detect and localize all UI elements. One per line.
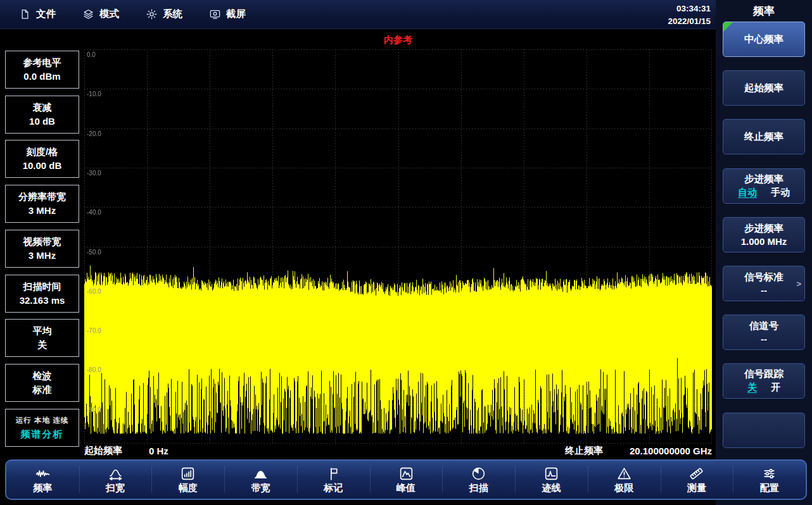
menu-screenshot[interactable]: 截屏 (209, 8, 246, 21)
toolbar-label: 标记 (324, 482, 343, 494)
toolbar-label: 峰值 (396, 482, 416, 494)
menu-label: 模式 (99, 8, 119, 21)
submenu-arrow-icon: > (796, 279, 801, 289)
softkey-step-frequency-mode[interactable]: 步进频率自动手动 (723, 168, 805, 204)
toggle-option[interactable]: 关 (747, 382, 757, 394)
softkey-blank-1 (723, 413, 805, 448)
toolbar-label: 极限 (614, 482, 633, 494)
softkey-start-frequency[interactable]: 起始频率 (723, 70, 805, 106)
menu-sweep[interactable]: 扫描 (442, 461, 515, 499)
frequency-readout-row: 起始频率 0 Hz 终止频率 20.100000000 GHz (84, 445, 712, 457)
toolbar-label: 配置 (760, 482, 779, 494)
date-display: 2022/01/15 (668, 15, 711, 28)
param-ref-level[interactable]: 参考电平0.0 dBm (5, 51, 79, 89)
menu-frequency[interactable]: 频率 (6, 461, 79, 499)
softkey-channel-number[interactable]: 信道号-- (723, 315, 805, 350)
softkey-label: 步进频率 (744, 223, 783, 234)
softkey-signal-standard[interactable]: 信号标准--> (723, 266, 805, 301)
param-detector[interactable]: 检波标准 (5, 364, 79, 402)
softkey-label: 起始频率 (744, 82, 783, 93)
param-value: 32.163 ms (20, 296, 65, 306)
param-label: 参考电平 (23, 58, 61, 68)
softkey-label: 中心频率 (744, 34, 783, 44)
spectrum-trace-canvas (84, 49, 712, 444)
softkey-stop-frequency[interactable]: 终止频率 (723, 119, 805, 154)
toggle-option[interactable]: 开 (771, 382, 780, 394)
amplitude-icon (180, 466, 196, 482)
frequency-softkey-panel: 频率 中心频率起始频率终止频率步进频率自动手动步进频率1.000 MHz信号标准… (716, 0, 812, 505)
stop-frequency-label: 终止频率 (565, 445, 603, 457)
screenshot-icon (209, 8, 221, 20)
toolbar-label: 测量 (687, 482, 706, 494)
start-frequency-value: 0 Hz (149, 446, 168, 456)
menu-amplitude[interactable]: 幅度 (151, 461, 224, 499)
system-icon (146, 8, 158, 20)
softkey-signal-tracking[interactable]: 信号跟踪关开 (723, 363, 805, 399)
measure-icon (688, 466, 704, 482)
softkey-label: 信道号 (749, 320, 779, 331)
toolbar-label: 带宽 (251, 482, 270, 494)
menu-limit[interactable]: 极限 (588, 461, 661, 499)
bottom-menu-bar: 频率扫宽幅度带宽标记峰值扫描迹线极限测量配置 (5, 459, 807, 500)
param-label: 视频带宽 (23, 237, 61, 247)
param-sweep-time[interactable]: 扫描时间32.163 ms (5, 275, 79, 313)
menu-peak[interactable]: 峰值 (370, 461, 443, 499)
param-value: 标准 (33, 385, 52, 396)
trace-icon (543, 466, 559, 482)
param-attenuation[interactable]: 衰减10 dB (5, 96, 79, 134)
param-average[interactable]: 平均关 (5, 319, 79, 357)
stop-frequency-value: 20.100000000 GHz (630, 446, 712, 456)
param-vbw[interactable]: 视频带宽3 MHz (5, 230, 79, 268)
menu-span[interactable]: 扫宽 (79, 461, 152, 499)
param-value: 关 (37, 340, 47, 351)
active-mode-label: 频谱分析 (21, 428, 64, 440)
y-axis-tick: -20.0 (87, 130, 101, 137)
menu-trace[interactable]: 迹线 (515, 461, 588, 499)
softkey-step-frequency-value[interactable]: 步进频率1.000 MHz (723, 217, 805, 253)
y-axis-tick: 0.0 (87, 51, 96, 58)
menu-label: 截屏 (226, 8, 246, 21)
softkey-center-frequency[interactable]: 中心频率 (723, 22, 805, 57)
menu-bandwidth[interactable]: 带宽 (224, 461, 297, 499)
menu-system[interactable]: 系统 (146, 8, 182, 21)
y-axis-tick: -10.0 (87, 90, 101, 97)
y-axis-tick: -80.0 (87, 366, 101, 373)
toggle-option[interactable]: 手动 (771, 187, 790, 199)
sweep-icon (471, 466, 486, 482)
menu-file[interactable]: 文件 (19, 8, 56, 21)
param-value: 10 dB (29, 116, 55, 127)
y-axis-tick: -70.0 (87, 327, 101, 334)
param-value: 3 MHz (29, 251, 56, 261)
toggle-option[interactable]: 自动 (738, 187, 757, 199)
reference-indicator: 内参考 (84, 34, 712, 46)
y-axis-tick: -30.0 (87, 170, 101, 177)
run-status-line: 运行 本地 连续 (16, 416, 68, 425)
param-value: 0.0 dBm (23, 72, 60, 82)
softkey-panel-title: 频率 (716, 0, 812, 18)
param-scale-div[interactable]: 刻度/格10.00 dB (5, 140, 79, 178)
softkey-label: 终止频率 (744, 131, 783, 142)
param-value: 10.00 dB (23, 161, 62, 171)
softkey-label: 信号跟踪 (744, 368, 783, 379)
menu-marker[interactable]: 标记 (297, 461, 370, 499)
softkey-toggle-options: 自动手动 (738, 187, 790, 199)
param-rbw[interactable]: 分辨率带宽3 MHz (5, 185, 79, 223)
param-label: 刻度/格 (27, 147, 58, 158)
softkey-label: 步进频率 (744, 173, 783, 184)
menu-mode[interactable]: 模式 (82, 8, 119, 21)
toolbar-label: 幅度 (179, 482, 198, 494)
run-status-box: 运行 本地 连续频谱分析 (5, 409, 79, 447)
span-icon (108, 466, 124, 482)
clock: 03:34:31 2022/01/15 (668, 3, 711, 28)
top-menu-items: 文件模式系统截屏 (19, 8, 246, 21)
y-axis-tick: -60.0 (87, 288, 101, 295)
time-display: 03:34:31 (668, 3, 711, 15)
menu-config[interactable]: 配置 (733, 461, 806, 499)
menu-measure[interactable]: 测量 (661, 461, 733, 499)
param-value: 3 MHz (29, 206, 56, 216)
y-axis-tick: -40.0 (87, 209, 101, 216)
param-label: 扫描时间 (23, 282, 61, 292)
waveform-icon (35, 466, 51, 482)
menu-label: 文件 (36, 8, 56, 21)
mode-icon (82, 8, 94, 20)
